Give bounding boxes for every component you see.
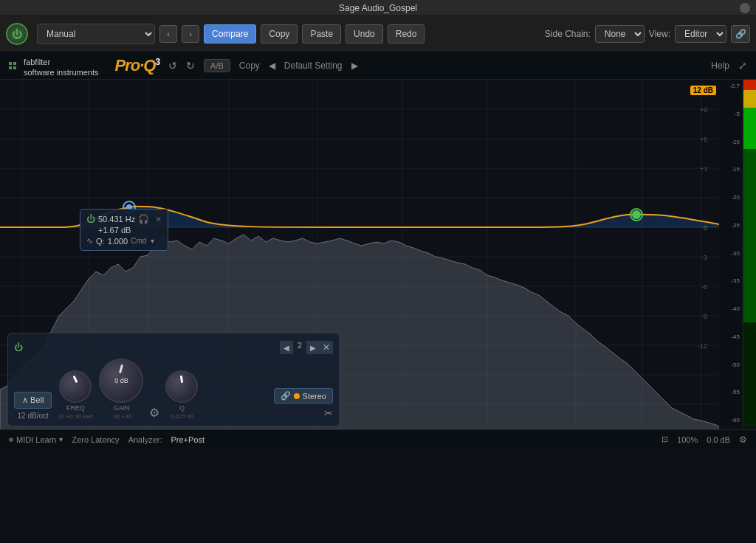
link-icon: 🔗 [281, 391, 291, 401]
copy-small-button[interactable]: Copy [239, 60, 260, 71]
plugin-header: fabfilter software instruments Pro·Q3 ↺ … [0, 52, 756, 80]
undo-button[interactable]: Undo [346, 24, 383, 44]
svg-text:+3: +3 [700, 165, 707, 173]
redo-icon[interactable]: ↻ [186, 60, 195, 72]
logo-dots [9, 62, 16, 69]
preset-select[interactable]: Manual [37, 24, 155, 44]
band-delete-button[interactable]: ✕ [320, 341, 333, 354]
side-chain-select[interactable]: None [595, 25, 645, 43]
zoom-value: 100% [677, 435, 698, 444]
undo-icon[interactable]: ↺ [168, 60, 177, 72]
bottom-controls-panel: ⏻ ◀ 2 ▶ ✕ ∧ Bell 12 dB/oct [7, 333, 340, 426]
band-settings-icon[interactable]: ⚙ [149, 406, 159, 420]
zoom-icon: ⊡ [662, 435, 668, 444]
power-button[interactable]: ⏻ [6, 23, 28, 45]
side-chain-label: Side Chain: [545, 29, 591, 39]
q-mod: Cmd [131, 237, 146, 245]
midi-dropdown-icon[interactable]: ▾ [59, 435, 63, 443]
svg-text:+9: +9 [700, 106, 707, 114]
gain-knob-wrap: 0 dB GAIN -30 +30 [99, 359, 143, 420]
analyzer-label: Analyzer: [128, 435, 162, 444]
help-button[interactable]: Help [711, 60, 729, 71]
prev-preset-icon[interactable]: ◀ [269, 60, 275, 71]
q-dropdown-icon[interactable]: ▾ [151, 237, 154, 245]
band-gain-value: +1.67 dB [86, 226, 162, 235]
band-prev-button[interactable]: ◀ [280, 341, 293, 354]
midi-dot [9, 437, 13, 442]
band-navigation: ◀ 2 ▶ [280, 341, 320, 354]
db-scale: -2.7 -5 -10 -15 -20 -25 -30 -35 -40 -45 … [721, 80, 741, 426]
freq-knob-indicator [73, 376, 78, 383]
product-logo: Pro·Q3 [114, 56, 159, 75]
gain-knob-value: 0 dB [114, 377, 128, 384]
window-title: Sage Audio_Gospel [339, 3, 417, 13]
output-meter [743, 80, 756, 426]
compare-button[interactable]: Compare [204, 24, 256, 44]
filter-type-section: ∧ Bell 12 dB/oct [14, 392, 52, 420]
q-knob[interactable] [165, 370, 198, 403]
plugin-container: fabfilter software instruments Pro·Q3 ↺ … [0, 52, 756, 543]
link-stereo-button[interactable]: 🔗 Stereo [274, 388, 333, 404]
midi-learn-section: MIDI Learn ▾ [9, 435, 63, 444]
q-knob-indicator [180, 376, 183, 383]
svg-point-25 [632, 210, 641, 219]
freq-knob-label: FREQ [66, 404, 85, 412]
headphone-icon: 🎧 [138, 214, 149, 224]
q-knob-range: 0.025 40 [171, 413, 193, 420]
analyzer-value[interactable]: Pre+Post [171, 435, 205, 444]
db-offset-value: 0.0 dB [707, 435, 730, 444]
nav-prev-button[interactable]: ‹ [159, 25, 177, 43]
svg-text:-12: -12 [698, 342, 707, 350]
band-power-icon[interactable]: ⏻ [86, 214, 95, 224]
link-button[interactable]: 🔗 [731, 25, 750, 43]
analyzer-settings-icon[interactable]: ⚙ [739, 435, 747, 445]
top-toolbar: ⏻ Manual ‹ › Compare Copy Paste Undo Red… [0, 16, 756, 52]
svg-text:+6: +6 [700, 136, 707, 143]
gain-knob-range: -30 +30 [111, 413, 131, 420]
q-knob-label: Q [179, 404, 185, 412]
expand-button[interactable]: ⤢ [738, 60, 747, 72]
freq-knob[interactable] [59, 370, 92, 403]
band-tooltip: ⏻ 50.431 Hz 🎧 ✕ +1.67 dB ∿ Q: 1.000 Cmd … [80, 209, 168, 251]
midi-learn-label[interactable]: MIDI Learn [16, 435, 56, 444]
logo-area: fabfilter software instruments [9, 55, 98, 77]
freq-knob-range: 10 Hz 30 kHz [58, 413, 93, 420]
default-setting-label: Default Setting [284, 60, 343, 71]
svg-text:-9: -9 [701, 313, 707, 320]
title-bar: Sage Audio_Gospel [0, 0, 756, 16]
copy-button[interactable]: Copy [261, 24, 298, 44]
controls-row: ∧ Bell 12 dB/oct FREQ 10 Hz 30 kHz [14, 359, 333, 420]
gain-knob-label: GAIN [113, 404, 129, 412]
svg-text:-6: -6 [701, 283, 707, 291]
view-select[interactable]: Editor [675, 25, 726, 43]
eq-area[interactable]: 20 50 100 200 500 1k 2k 5k 10k 20k +9 +6… [0, 80, 756, 449]
ab-button[interactable]: A/B [204, 59, 230, 72]
svg-text:-3: -3 [701, 254, 707, 261]
window-close-button[interactable] [740, 3, 750, 13]
paste-button[interactable]: Paste [302, 24, 341, 44]
stereo-dot [294, 393, 300, 399]
brand-text: fabfilter software instruments [24, 55, 98, 77]
freq-knob-wrap: FREQ 10 Hz 30 kHz [58, 370, 93, 420]
nav-next-button[interactable]: › [182, 25, 199, 43]
band-number: 2 [295, 341, 305, 354]
scissors-section: ✂ [274, 407, 333, 420]
gain-knob[interactable]: 0 dB [99, 359, 143, 403]
scissors-icon[interactable]: ✂ [324, 407, 333, 419]
latency-label: Zero Latency [72, 435, 119, 444]
next-preset-icon[interactable]: ▶ [351, 60, 358, 71]
stereo-section: 🔗 Stereo ✂ [274, 388, 333, 420]
q-knob-wrap: Q 0.025 40 [165, 370, 198, 420]
band-settings-section: ⚙ [149, 406, 159, 420]
gain-knob-indicator [119, 364, 123, 373]
gain-label: 12 dB [690, 86, 716, 95]
filter-type-button[interactable]: ∧ Bell [14, 392, 52, 409]
band-next-button[interactable]: ▶ [306, 341, 320, 354]
band-power-toggle[interactable]: ⏻ [14, 342, 23, 353]
svg-text:0: 0 [704, 224, 707, 232]
slope-label: 12 dB/oct [14, 412, 52, 420]
band-tooltip-close[interactable]: ✕ [155, 215, 162, 224]
q-label: Q: [96, 237, 105, 246]
view-label: View: [649, 29, 670, 39]
redo-button[interactable]: Redo [388, 24, 425, 44]
